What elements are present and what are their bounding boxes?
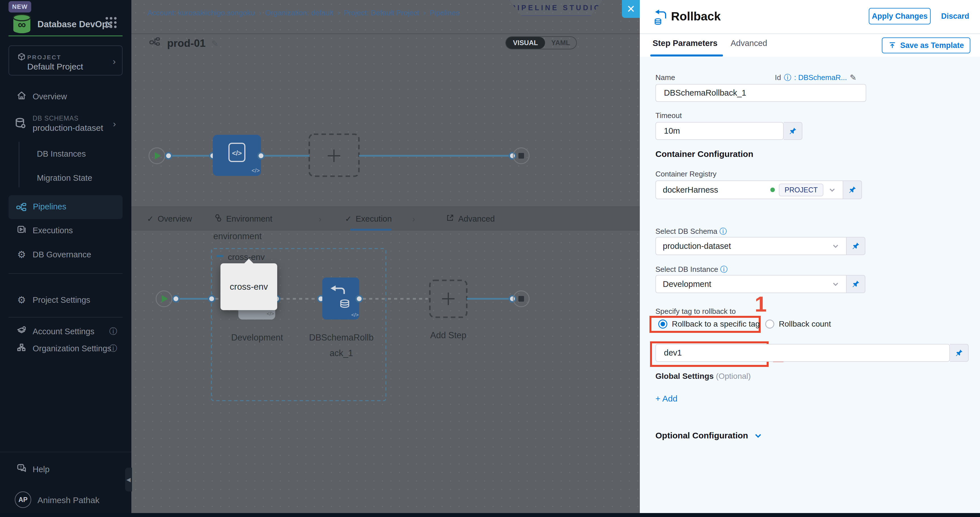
project-name: Default Project <box>27 62 83 72</box>
project-selector[interactable]: PROJECT Default Project › <box>8 45 123 75</box>
database-devops-logo-icon: ∞ <box>10 14 33 36</box>
sidebar-item-pipelines[interactable]: Pipelines <box>8 195 123 219</box>
radio-unselected-icon[interactable] <box>765 320 774 329</box>
rollback-step-panel: Rollback Apply Changes Discard Step Para… <box>640 0 980 517</box>
sidebar-item-label: Migration State <box>37 173 92 183</box>
pin-toggle[interactable] <box>950 344 969 362</box>
container-registry-label: Container Registry <box>655 170 716 178</box>
add-step-label: Add Step <box>430 330 466 340</box>
db-schema-label: Select DB Schema ⓘ <box>655 226 727 236</box>
check-icon: ✓ <box>345 214 352 224</box>
executions-icon <box>15 225 28 236</box>
pin-toggle[interactable] <box>784 122 802 140</box>
advanced-icon <box>446 214 454 224</box>
sidebar-item-label: DB Instances <box>37 149 86 159</box>
chevron-right-icon: › <box>319 214 321 224</box>
tag-input[interactable] <box>655 344 950 362</box>
container-registry-select[interactable]: dockerHarness PROJECT <box>655 180 843 199</box>
sidebar-item-account-settings[interactable]: Account Settings ⓘ <box>0 323 131 339</box>
registry-value: dockerHarness <box>663 185 770 195</box>
tab-advanced-panel[interactable]: Advanced <box>730 38 767 48</box>
brand-divider <box>8 35 123 36</box>
connectivity-dot <box>770 188 775 192</box>
chevron-down-icon <box>832 242 839 250</box>
app-title: Database DevOps <box>37 19 112 30</box>
sidebar-item-project-settings[interactable]: ⚙ Project Settings <box>0 292 131 308</box>
pin-icon <box>848 186 857 194</box>
tab-execution[interactable]: ✓ Execution <box>345 207 392 231</box>
apply-changes-button[interactable]: Apply Changes <box>869 8 931 24</box>
module-grid-icon[interactable] <box>105 17 117 29</box>
gear-icon: ⚙ <box>15 294 28 305</box>
home-icon <box>15 91 28 102</box>
pin-toggle[interactable] <box>846 275 865 293</box>
sidebar-collapse-handle[interactable]: ◀ <box>125 468 132 492</box>
tab-environment[interactable]: Environment <box>214 207 272 231</box>
step-label: ack_1 <box>330 348 353 358</box>
scope-badge: PROJECT <box>779 184 823 196</box>
panel-header: Rollback Apply Changes Discard Step Para… <box>640 0 980 33</box>
db-schema-select[interactable]: production-dataset <box>655 237 846 255</box>
tab-overview[interactable]: ✓ Overview <box>147 207 192 231</box>
pin-toggle[interactable] <box>846 237 865 255</box>
tab-step-parameters[interactable]: Step Parameters <box>652 38 718 48</box>
user-name: Animesh Pathak <box>37 495 99 505</box>
sidebar-item-migration-state[interactable]: Migration State <box>0 170 131 186</box>
discard-button[interactable]: Discard <box>941 12 969 21</box>
panel-title: Rollback <box>671 10 721 23</box>
radio-selected-icon[interactable] <box>658 320 667 329</box>
info-icon: ⓘ <box>109 343 117 354</box>
sidebar-item-label: Overview <box>33 92 67 101</box>
radio-rollback-count[interactable]: Rollback count <box>765 320 831 329</box>
name-input[interactable] <box>655 84 866 102</box>
sidebar-item-label: Project Settings <box>33 295 90 305</box>
info-icon: ⓘ <box>720 265 727 274</box>
help-chat-icon: ? <box>15 463 28 476</box>
save-as-template-button[interactable]: Save as Template <box>882 37 970 53</box>
db-instance-value: Development <box>663 280 832 289</box>
sidebar-item-organization-settings[interactable]: Organization Settings ⓘ <box>0 340 131 356</box>
annotation-number-1: 1 <box>755 292 767 317</box>
sidebar-item-db-instances[interactable]: DB Instances <box>0 146 131 162</box>
radio-rollback-specific[interactable]: Rollback to a specific tag <box>658 320 760 329</box>
app-screen: NEW ∞ Database DevOps PROJECT Default Pr… <box>0 0 980 517</box>
group-label: cross-env <box>228 252 265 262</box>
pin-toggle[interactable] <box>843 180 862 199</box>
project-kicker: PROJECT <box>27 54 61 61</box>
panel-divider <box>640 33 980 34</box>
global-settings-label: Global Settings (Optional) <box>655 372 751 381</box>
environment-icon <box>214 214 222 224</box>
svg-text:</>: </> <box>232 149 242 157</box>
db-schema-value: production-dataset <box>663 242 832 251</box>
layers-icon <box>15 326 28 338</box>
info-icon: ⓘ <box>784 73 791 83</box>
gear-icon: ⚙ <box>15 249 28 260</box>
add-global-setting-button[interactable]: + Add <box>655 394 678 404</box>
sidebar-item-db-governance[interactable]: ⚙ DB Governance <box>0 247 131 262</box>
sidebar-footer-divider <box>0 452 131 452</box>
svg-text:</>: </> <box>252 167 260 173</box>
avatar[interactable]: AP <box>15 492 31 508</box>
edit-pencil-icon[interactable]: ✎ <box>850 73 856 82</box>
svg-text:?: ? <box>19 465 22 469</box>
tag-section-label: Specify tag to rollback to <box>655 307 736 316</box>
timeout-input[interactable] <box>655 122 784 140</box>
org-chart-icon <box>15 342 28 355</box>
active-tab-underline <box>650 54 723 56</box>
svg-text:</>: </> <box>267 311 274 317</box>
stage-tab-strip: ✓ Overview › Environment › ✓ Execution ›… <box>131 207 640 231</box>
step-label: DBSchemaRollb <box>309 332 373 342</box>
stage-label: environment <box>213 231 262 241</box>
optional-configuration-toggle[interactable]: Optional Configuration <box>655 431 762 441</box>
active-tab-underline <box>350 229 391 231</box>
sidebar-item-help[interactable]: ? Help <box>0 461 131 477</box>
sidebar-item-executions[interactable]: Executions <box>0 223 131 239</box>
db-instance-label: Select DB Instance ⓘ <box>655 264 727 274</box>
play-icon <box>154 152 161 159</box>
db-instance-select[interactable]: Development <box>655 275 846 293</box>
chevron-right-icon: › <box>113 119 116 129</box>
tab-advanced[interactable]: Advanced <box>446 207 495 231</box>
sidebar-item-overview[interactable]: Overview <box>0 89 131 104</box>
collapse-minus-icon[interactable] <box>216 255 223 257</box>
id-row: Id ⓘ : DBSchemaR... ✎ <box>775 73 857 83</box>
